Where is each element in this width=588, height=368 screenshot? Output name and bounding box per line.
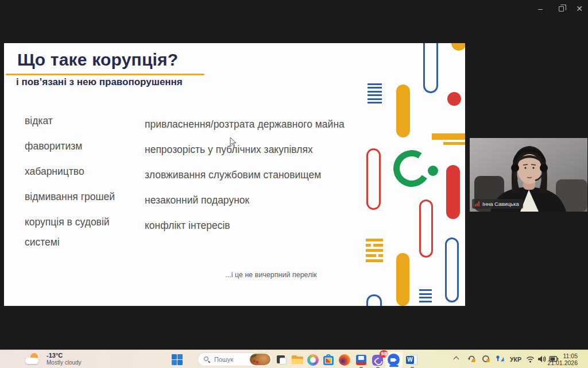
tray-headset-icon[interactable] — [482, 355, 491, 363]
decor-red-pill-filled — [446, 165, 460, 219]
search-input[interactable] — [214, 356, 250, 363]
slide-footnote: ...і це не вичерпний перелік — [194, 271, 349, 279]
participant-name-label: Інна Савицька — [472, 199, 523, 209]
list-item: фаворитизм — [25, 136, 134, 156]
close-button[interactable]: ✕ — [573, 2, 586, 15]
restore-icon — [559, 6, 564, 12]
tray-language-indicator[interactable]: УКР — [510, 356, 521, 363]
slide-left-list: відкат фаворитизм хабарництво відмивання… — [25, 111, 134, 258]
list-item: відмивання грошей — [25, 187, 134, 207]
mic-signal-icon — [475, 201, 480, 206]
webcam-video-tile[interactable]: Інна Савицька — [470, 138, 587, 212]
tray-clock[interactable]: 11:05 21.01.2026 — [547, 352, 578, 366]
list-item: хабарництво — [25, 162, 134, 182]
decor-green-dot — [428, 166, 438, 176]
taskbar: -13°C Mostly cloudy — [0, 350, 588, 368]
restore-button[interactable] — [555, 2, 567, 15]
mouse-cursor — [230, 137, 237, 147]
weather-condition: Mostly cloudy — [47, 359, 82, 366]
zoom-active-indicator — [389, 365, 399, 367]
decor-gold-bar-thin — [443, 142, 465, 145]
slide-right-list: привласнення/розтрата державного майна н… — [145, 114, 363, 241]
slide-subtitle: і пов’язані з нею правопорушення — [16, 76, 183, 88]
list-item: відкат — [25, 111, 134, 131]
decor-blue-pill-outline-bottom — [445, 237, 459, 302]
list-item: незаконний подарунок — [145, 190, 363, 210]
minimize-button[interactable]: – — [534, 2, 547, 15]
viber-icon[interactable]: 98 — [371, 353, 385, 367]
word-glyph: W — [406, 356, 414, 364]
participant-name: Інна Савицька — [482, 201, 519, 207]
weather-widget[interactable]: -13°C Mostly cloudy — [25, 352, 82, 366]
tray-wifi-icon[interactable] — [526, 356, 535, 364]
decor-red-pill-outline-thin — [419, 200, 433, 258]
list-item: зловживання службовим становищем — [145, 165, 363, 185]
tray-volume-icon[interactable] — [537, 355, 546, 364]
title-underline — [6, 74, 204, 75]
task-view-icon[interactable] — [275, 353, 289, 367]
search-box[interactable] — [198, 352, 273, 366]
list-item: непрозорість у публічних закупівлях — [145, 140, 363, 160]
search-icon — [204, 356, 210, 363]
decor-gold-pill-top — [396, 85, 410, 137]
presentation-slide: Що таке корупція? і пов’язані з нею прав… — [4, 43, 465, 306]
word-icon[interactable]: W — [405, 353, 419, 367]
decor-gold-pill-bottom — [396, 253, 409, 306]
microsoft-store-icon[interactable] — [322, 353, 335, 367]
search-daily-image — [250, 354, 270, 365]
file-explorer-icon[interactable] — [291, 353, 304, 367]
tray-overflow-chevron-icon[interactable] — [454, 355, 459, 361]
decor-gold-bar — [432, 133, 465, 140]
weather-temperature: -13°C — [47, 352, 82, 359]
slide-title: Що таке корупція? — [17, 50, 178, 70]
firefox-icon[interactable] — [338, 353, 351, 367]
tray-sync-icon[interactable] — [467, 355, 477, 363]
tray-date: 21.01.2026 — [547, 359, 578, 366]
list-item: конфлікт інтересів — [145, 216, 363, 236]
decor-blue-pill-outline-top — [423, 43, 438, 93]
decor-blue-pill-corner — [366, 294, 382, 306]
list-item: корупція в судовій системі — [25, 212, 134, 252]
desktop: – ✕ Що таке корупція? і пов’язані з нею … — [0, 0, 588, 368]
decor-green-arc — [390, 147, 434, 190]
copilot-icon[interactable] — [306, 353, 320, 367]
decor-gold-semicircle — [451, 43, 465, 51]
decor-red-circle — [447, 92, 461, 106]
start-button[interactable] — [172, 354, 183, 365]
total-commander-icon[interactable] — [354, 353, 368, 367]
tray-time: 11:05 — [547, 352, 578, 359]
decor-red-pill-outline — [366, 148, 381, 210]
tray-pen-icon[interactable] — [495, 355, 505, 363]
weather-icon — [25, 353, 41, 366]
list-item: привласнення/розтрата державного майна — [145, 114, 363, 135]
